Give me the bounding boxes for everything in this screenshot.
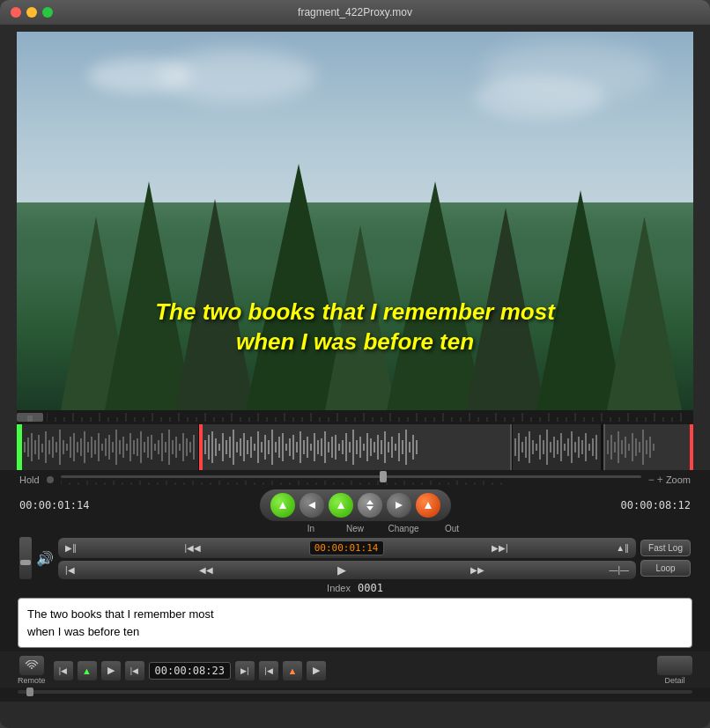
svg-rect-191 bbox=[532, 440, 534, 454]
transport-controls[interactable] bbox=[260, 489, 451, 521]
svg-rect-154 bbox=[310, 444, 312, 451]
svg-rect-96 bbox=[101, 444, 103, 451]
bottom-fast-forward-button[interactable]: ▶ bbox=[307, 661, 326, 680]
svg-rect-171 bbox=[370, 438, 372, 456]
fast-forward-button[interactable]: ▶▶| bbox=[492, 543, 508, 553]
play-pause-button[interactable]: ▶ bbox=[337, 563, 346, 577]
bottom-slider-thumb[interactable] bbox=[26, 688, 33, 696]
svg-rect-192 bbox=[536, 444, 537, 451]
bottom-slider-area[interactable] bbox=[0, 688, 710, 696]
svg-marker-279 bbox=[366, 500, 373, 504]
svg-rect-86 bbox=[66, 444, 68, 451]
svg-rect-147 bbox=[285, 444, 287, 451]
svg-rect-219 bbox=[635, 438, 637, 456]
step-forward-button[interactable] bbox=[387, 493, 411, 518]
svg-rect-76 bbox=[31, 433, 33, 461]
svg-marker-277 bbox=[308, 502, 315, 509]
loop-button[interactable]: Loop bbox=[640, 560, 691, 577]
maximize-button[interactable] bbox=[42, 7, 53, 18]
volume-slider[interactable] bbox=[19, 537, 32, 579]
bottom-goto-start-button[interactable]: |◀ bbox=[54, 661, 73, 680]
svg-rect-149 bbox=[292, 435, 294, 460]
zoom-in-icon[interactable]: + bbox=[657, 474, 663, 486]
svg-rect-102 bbox=[122, 437, 124, 458]
mark-out-button[interactable] bbox=[416, 493, 440, 518]
volume-icon: 🔊 bbox=[36, 550, 54, 567]
caption-area[interactable]: The two books that I remember most when … bbox=[18, 598, 692, 648]
minimize-button[interactable] bbox=[26, 7, 37, 18]
svg-rect-222 bbox=[646, 440, 647, 454]
waveform-display[interactable] bbox=[17, 424, 693, 470]
svg-rect-77 bbox=[34, 440, 36, 454]
svg-rect-190 bbox=[529, 431, 530, 463]
lower-transport-strip[interactable]: |◀ ◀◀ ▶ ▶▶ —|— bbox=[58, 561, 636, 579]
svg-rect-197 bbox=[553, 437, 555, 458]
svg-rect-162 bbox=[338, 444, 340, 451]
playhead-slider[interactable] bbox=[61, 475, 641, 485]
bottom-mark-out-button[interactable]: ▲ bbox=[283, 661, 302, 680]
svg-rect-209 bbox=[595, 435, 597, 460]
svg-rect-94 bbox=[94, 440, 96, 454]
svg-rect-175 bbox=[384, 431, 386, 463]
rewind-button[interactable]: ◀◀ bbox=[199, 565, 213, 575]
fast-log-button[interactable]: Fast Log bbox=[640, 540, 691, 556]
svg-rect-83 bbox=[55, 442, 57, 452]
svg-rect-117 bbox=[175, 437, 177, 458]
svg-rect-138 bbox=[254, 444, 255, 451]
svg-rect-90 bbox=[80, 438, 82, 456]
svg-rect-172 bbox=[373, 442, 375, 452]
svg-rect-208 bbox=[592, 438, 594, 456]
svg-rect-111 bbox=[154, 444, 156, 451]
svg-rect-84 bbox=[59, 430, 61, 465]
detail-panel: Detail bbox=[657, 656, 692, 685]
mark-in-2-button[interactable] bbox=[329, 493, 353, 518]
close-button[interactable] bbox=[11, 7, 21, 18]
remote-button[interactable] bbox=[19, 656, 44, 675]
timeline-ruler[interactable]: ||| bbox=[17, 410, 693, 424]
svg-rect-146 bbox=[282, 433, 284, 461]
waveform-divider bbox=[510, 424, 512, 470]
playhead-thumb[interactable] bbox=[380, 471, 387, 482]
bottom-skip-end-button[interactable]: |◀ bbox=[259, 661, 278, 680]
out-point-marker bbox=[690, 424, 693, 470]
skip-start-button[interactable]: |◀◀ bbox=[185, 543, 202, 553]
record-button[interactable]: ▲‖ bbox=[616, 543, 629, 553]
bottom-prev-frame-button[interactable]: |◀ bbox=[125, 661, 144, 680]
svg-rect-130 bbox=[226, 440, 227, 454]
marker-red-1 bbox=[199, 424, 203, 470]
upper-transport-strip[interactable]: ▶‖ |◀◀ 00:00:01:14 ▶▶| ▲‖ bbox=[58, 538, 636, 558]
svg-rect-80 bbox=[45, 431, 47, 463]
up-down-button[interactable] bbox=[358, 493, 382, 518]
svg-rect-131 bbox=[229, 437, 231, 458]
bottom-play-button[interactable]: ▶ bbox=[101, 661, 121, 680]
step-back-button[interactable] bbox=[300, 493, 324, 518]
svg-rect-180 bbox=[402, 440, 403, 454]
bottom-next-frame-button[interactable]: ▶| bbox=[235, 661, 255, 680]
detail-button[interactable] bbox=[657, 656, 692, 675]
zoom-controls[interactable]: − + Zoom bbox=[648, 474, 691, 486]
goto-start-button[interactable]: |◀ bbox=[65, 565, 75, 575]
mark-in-button[interactable] bbox=[270, 493, 295, 518]
traffic-lights bbox=[11, 7, 53, 18]
svg-rect-134 bbox=[240, 438, 241, 456]
svg-rect-87 bbox=[70, 437, 71, 458]
zoom-out-icon[interactable]: − bbox=[648, 474, 655, 486]
svg-rect-202 bbox=[571, 431, 573, 463]
index-row: Index 0001 bbox=[19, 582, 691, 594]
svg-rect-104 bbox=[129, 433, 131, 461]
svg-rect-177 bbox=[391, 437, 393, 458]
svg-rect-214 bbox=[618, 431, 619, 463]
video-player[interactable]: The two books that I remember most when … bbox=[17, 32, 693, 410]
bottom-mark-in-button[interactable]: ▲ bbox=[78, 661, 97, 680]
svg-rect-91 bbox=[84, 431, 85, 463]
ff-button[interactable]: ▶▶ bbox=[470, 565, 484, 575]
trim-button[interactable]: —|— bbox=[609, 565, 629, 575]
svg-rect-95 bbox=[98, 433, 100, 461]
svg-rect-89 bbox=[77, 442, 78, 452]
svg-marker-282 bbox=[425, 502, 432, 509]
detail-label: Detail bbox=[664, 676, 684, 685]
volume-thumb[interactable] bbox=[20, 560, 31, 565]
svg-rect-165 bbox=[349, 442, 351, 452]
svg-rect-127 bbox=[215, 438, 217, 456]
play-button-1[interactable]: ▶‖ bbox=[65, 543, 77, 553]
